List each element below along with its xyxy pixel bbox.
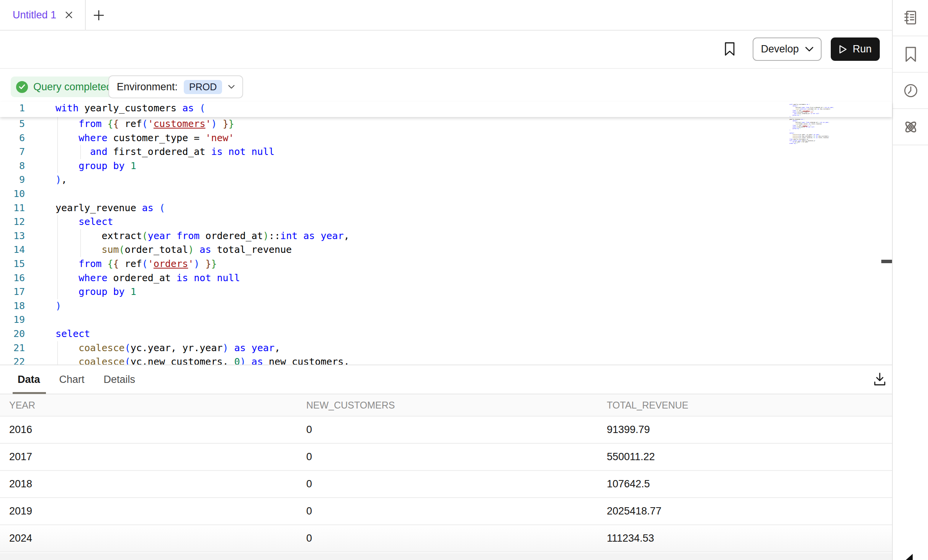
line-number: 8 — [0, 159, 25, 173]
code-line[interactable]: 8 group by 1 — [0, 159, 848, 173]
code-line[interactable]: 6 where customer_type = 'new' — [0, 131, 848, 145]
line-number: 20 — [0, 327, 25, 341]
table-cell: 111234.53 — [607, 532, 892, 544]
column-header: TOTAL_REVENUE — [607, 400, 892, 411]
code-line[interactable]: 5 from {{ ref('customers') }} — [0, 117, 848, 131]
table-row[interactable]: 20180107642.5 — [0, 471, 892, 498]
line-number: 17 — [0, 285, 25, 299]
develop-label: Develop — [761, 43, 799, 55]
line-number: 1 — [0, 102, 25, 115]
develop-button[interactable]: Develop — [753, 37, 822, 61]
environment-label: Environment: — [117, 81, 178, 93]
toolbar: Develop Run — [0, 31, 892, 69]
code-line[interactable]: 18) — [0, 299, 848, 313]
code-line[interactable]: 12 select — [0, 215, 848, 229]
code-line[interactable]: 14 sum(order_total) as total_revenue — [0, 243, 848, 257]
line-number: 6 — [0, 131, 25, 145]
table-cell: 2018 — [9, 478, 306, 490]
close-icon[interactable] — [62, 8, 75, 21]
history-clock-icon — [902, 82, 919, 99]
download-icon — [873, 372, 887, 387]
code-line[interactable]: 1with yearly_customers as ( — [0, 102, 892, 116]
line-number: 7 — [0, 145, 25, 159]
line-number: 22 — [0, 355, 25, 365]
play-icon — [839, 45, 847, 54]
table-cell: 0 — [306, 424, 607, 436]
code-line[interactable]: 21 coalesce(yc.year, yr.year) as year, — [0, 341, 848, 355]
results-table: YEARNEW_CUSTOMERSTOTAL_REVENUE 201609139… — [0, 394, 892, 552]
sidebar-item-history[interactable] — [893, 73, 928, 109]
chevron-down-icon — [805, 47, 814, 52]
code-lines[interactable]: 5 from {{ ref('customers') }}6 where cus… — [0, 117, 848, 365]
tab-details[interactable]: Details — [104, 365, 136, 394]
code-line[interactable]: 20select — [0, 327, 848, 341]
tab-data[interactable]: Data — [18, 365, 40, 394]
chevron-down-icon — [228, 85, 235, 89]
table-body: 2016091399.7920170550011.2220180107642.5… — [0, 417, 892, 552]
line-number: 15 — [0, 257, 25, 271]
code-line[interactable]: 22 coalesce(yc.new_customers, 0) as new_… — [0, 355, 848, 365]
sidebar-item-lineage[interactable] — [893, 109, 928, 145]
ide-window: Untitled 1 Develop Run Query completed i… — [0, 0, 928, 560]
code-line[interactable]: 15 from {{ ref('orders') }} — [0, 257, 848, 271]
table-bottom-strip — [0, 553, 892, 560]
run-label: Run — [853, 43, 872, 55]
bookmark-icon[interactable] — [721, 40, 738, 58]
table-cell: 107642.5 — [607, 478, 892, 490]
tab-divider — [85, 0, 86, 30]
line-number: 19 — [0, 313, 25, 327]
code-line[interactable]: 11yearly_revenue as ( — [0, 201, 848, 215]
line-number: 9 — [0, 173, 25, 187]
tab-title: Untitled 1 — [13, 9, 56, 21]
results-tab-bar: Data Chart Details — [0, 365, 892, 394]
tab-chart[interactable]: Chart — [59, 365, 85, 394]
line-number: 18 — [0, 299, 25, 313]
table-cell: 0 — [306, 451, 607, 463]
notebook-icon — [902, 9, 920, 27]
table-cell: 0 — [306, 478, 607, 490]
download-results-button[interactable] — [870, 370, 890, 389]
sql-editor[interactable]: 5 from {{ ref('customers') }}6 where cus… — [0, 102, 892, 365]
line-number: 13 — [0, 229, 25, 243]
code-line[interactable]: 9), — [0, 173, 848, 187]
sticky-scroll-line[interactable]: 1with yearly_customers as ( — [0, 102, 892, 117]
tab-untitled-1[interactable]: Untitled 1 — [0, 0, 85, 30]
resize-corner-handle[interactable] — [906, 554, 913, 560]
table-cell: 2017 — [9, 451, 306, 463]
code-line[interactable]: 19 — [0, 313, 848, 327]
code-line[interactable]: 10 — [0, 187, 848, 201]
overview-ruler-marker[interactable] — [881, 260, 892, 263]
line-number: 16 — [0, 271, 25, 285]
environment-value-chip: PROD — [184, 80, 222, 94]
table-cell: 91399.79 — [607, 424, 892, 436]
line-number: 11 — [0, 201, 25, 215]
sidebar-item-bookmarks[interactable] — [893, 36, 928, 73]
code-line[interactable]: 17 group by 1 — [0, 285, 848, 299]
code-line[interactable]: 16 where ordered_at is not null — [0, 271, 848, 285]
line-number: 12 — [0, 215, 25, 229]
run-button[interactable]: Run — [831, 37, 880, 61]
environment-selector[interactable]: Environment: PROD — [108, 75, 243, 98]
table-header-row: YEARNEW_CUSTOMERSTOTAL_REVENUE — [0, 394, 892, 417]
table-cell: 2019 — [9, 505, 306, 517]
table-row[interactable]: 20240111234.53 — [0, 525, 892, 552]
minimap[interactable]: with yearly_customers as ( select extrac… — [789, 104, 849, 145]
sidebar-item-notebook[interactable] — [893, 0, 928, 36]
line-number: 14 — [0, 243, 25, 257]
code-line[interactable]: 7 and first_ordered_at is not null — [0, 145, 848, 159]
table-row[interactable]: 201902025418.77 — [0, 498, 892, 525]
line-number: 21 — [0, 341, 25, 355]
table-cell: 550011.22 — [607, 451, 892, 463]
table-row[interactable]: 20170550011.22 — [0, 444, 892, 471]
table-cell: 2025418.77 — [607, 505, 892, 517]
line-number: 5 — [0, 117, 25, 131]
table-cell: 0 — [306, 532, 607, 544]
tab-bar: Untitled 1 — [0, 0, 892, 31]
lineage-pinwheel-icon — [902, 118, 920, 136]
new-tab-button[interactable] — [90, 7, 107, 24]
check-circle-icon — [16, 81, 28, 93]
column-header: NEW_CUSTOMERS — [306, 400, 607, 411]
table-row[interactable]: 2016091399.79 — [0, 417, 892, 444]
code-line[interactable]: 13 extract(year from ordered_at)::int as… — [0, 229, 848, 243]
line-number: 10 — [0, 187, 25, 201]
